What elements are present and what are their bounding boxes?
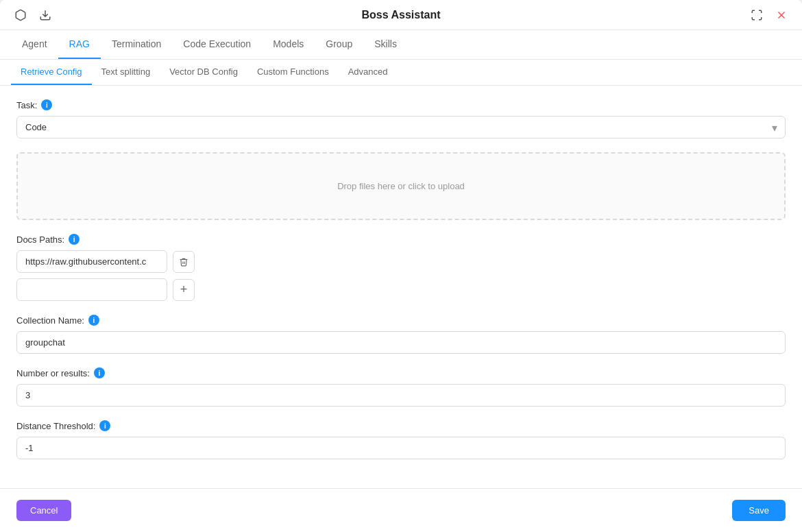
- task-field-group: Task: i Code Q&A Default ▾: [16, 99, 786, 138]
- nav-skills[interactable]: Skills: [363, 30, 408, 59]
- save-button[interactable]: Save: [732, 500, 786, 521]
- nav-agent[interactable]: Agent: [11, 30, 58, 59]
- main-nav: Agent RAG Termination Code Execution Mod…: [0, 30, 802, 60]
- docs-path-input-2[interactable]: [16, 278, 167, 301]
- nav-code-execution[interactable]: Code Execution: [172, 30, 262, 59]
- docs-path-input-1[interactable]: [16, 250, 167, 273]
- collection-name-info-icon[interactable]: i: [88, 315, 99, 326]
- task-select-wrapper: Code Q&A Default ▾: [16, 116, 786, 138]
- nav-group[interactable]: Group: [315, 30, 363, 59]
- num-results-group: Number or results: i: [16, 367, 786, 407]
- footer: Cancel Save: [0, 488, 802, 532]
- subnav-vector-db-config[interactable]: Vector DB Config: [160, 60, 247, 85]
- sub-nav: Retrieve Config Text splitting Vector DB…: [0, 60, 802, 86]
- distance-threshold-input[interactable]: [16, 437, 786, 459]
- dropzone-group: Drop files here or click to upload: [16, 152, 786, 220]
- subnav-advanced[interactable]: Advanced: [339, 60, 398, 85]
- nav-termination[interactable]: Termination: [101, 30, 172, 59]
- task-info-icon[interactable]: i: [41, 99, 52, 110]
- docs-path-row-1: [16, 250, 786, 273]
- cancel-button[interactable]: Cancel: [16, 500, 71, 521]
- content-area: Task: i Code Q&A Default ▾ Drop files he…: [0, 86, 802, 532]
- fullscreen-icon-button[interactable]: [747, 5, 766, 25]
- distance-threshold-info-icon[interactable]: i: [99, 420, 110, 431]
- subnav-text-splitting[interactable]: Text splitting: [92, 60, 160, 85]
- add-path-button[interactable]: +: [173, 279, 195, 301]
- title-bar-right: [747, 5, 791, 25]
- box-icon-button[interactable]: [11, 5, 30, 25]
- close-icon-button[interactable]: [772, 5, 791, 25]
- collection-name-group: Collection Name: i: [16, 315, 786, 354]
- docs-paths-info-icon[interactable]: i: [69, 234, 80, 245]
- collection-name-label: Collection Name: i: [16, 315, 786, 326]
- docs-paths-group: Docs Paths: i +: [16, 234, 786, 301]
- task-label: Task: i: [16, 99, 786, 110]
- export-icon-button[interactable]: [36, 5, 55, 25]
- drop-zone-text: Drop files here or click to upload: [337, 181, 465, 191]
- distance-threshold-group: Distance Threshold: i: [16, 420, 786, 459]
- num-results-input[interactable]: [16, 384, 786, 407]
- app-window: Boss Assistant Agent RAG Termination Cod…: [0, 0, 802, 532]
- num-results-info-icon[interactable]: i: [94, 367, 105, 378]
- distance-threshold-label: Distance Threshold: i: [16, 420, 786, 431]
- collection-name-input[interactable]: [16, 331, 786, 354]
- task-select[interactable]: Code Q&A Default: [16, 116, 786, 138]
- nav-rag[interactable]: RAG: [58, 30, 101, 59]
- title-bar: Boss Assistant: [0, 0, 802, 30]
- title-bar-left: [11, 5, 55, 25]
- subnav-custom-functions[interactable]: Custom Functions: [247, 60, 339, 85]
- subnav-retrieve-config[interactable]: Retrieve Config: [11, 60, 92, 85]
- file-drop-zone[interactable]: Drop files here or click to upload: [16, 152, 786, 220]
- docs-path-row-2: +: [16, 278, 786, 301]
- delete-path-button-1[interactable]: [173, 251, 195, 273]
- app-title: Boss Assistant: [362, 9, 441, 21]
- docs-paths-label: Docs Paths: i: [16, 234, 786, 245]
- num-results-label: Number or results: i: [16, 367, 786, 378]
- nav-models[interactable]: Models: [262, 30, 315, 59]
